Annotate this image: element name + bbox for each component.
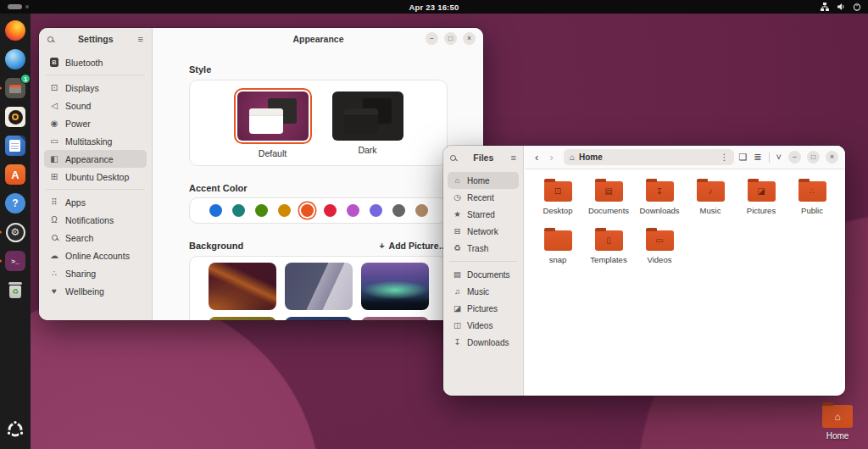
- minimize-button[interactable]: −: [426, 32, 438, 45]
- search-icon[interactable]: [47, 36, 53, 42]
- sidebar-item-sharing[interactable]: ∴ Sharing: [44, 264, 147, 282]
- settings-sidebar-header: Settings ≡: [39, 28, 152, 50]
- folder-templates[interactable]: ▯ Templates: [583, 225, 634, 274]
- clock[interactable]: Apr 23 16:50: [0, 3, 868, 12]
- sidebar-item-music[interactable]: ♫ Music: [448, 283, 519, 300]
- add-picture-button[interactable]: + Add Picture…: [379, 241, 448, 251]
- system-status-area[interactable]: [821, 0, 861, 14]
- style-section-label: Style: [189, 64, 448, 75]
- style-option-dark[interactable]: Dark: [332, 91, 403, 155]
- sidebar-item-trash[interactable]: ♻ Trash: [448, 240, 519, 257]
- folder-documents[interactable]: ▤ Documents: [583, 176, 634, 225]
- wallpaper-thumb-mauve[interactable]: [361, 317, 429, 320]
- folder-desktop[interactable]: ⊡ Desktop: [532, 176, 583, 225]
- dock-terminal[interactable]: >_: [4, 250, 26, 272]
- dock-settings[interactable]: ⚙: [4, 221, 26, 243]
- dock-app-center[interactable]: A: [4, 164, 26, 186]
- downloads-icon: ↧: [453, 338, 462, 346]
- dock-help[interactable]: ?: [4, 192, 26, 214]
- maximize-button[interactable]: □: [807, 151, 820, 164]
- sidebar-item-appearance[interactable]: ◧ Appearance: [44, 150, 147, 168]
- maximize-button[interactable]: □: [444, 32, 457, 45]
- menu-icon[interactable]: ≡: [511, 152, 516, 163]
- sidebar-item-notifications[interactable]: Ω Notifications: [44, 211, 147, 229]
- files-sidebar-title: Files: [459, 152, 508, 163]
- dock-libreoffice-writer[interactable]: [4, 135, 26, 157]
- plus-icon: +: [379, 241, 384, 251]
- music-icon: ♫: [453, 287, 462, 296]
- gear-icon: ⚙: [6, 223, 25, 242]
- files-sidebar: Files ≡ ⌂ Home ◷ Recent ★ Starred ⊟: [443, 146, 524, 396]
- search-icon[interactable]: [450, 155, 456, 161]
- home-icon: ⌂: [453, 176, 462, 185]
- sidebar-item-sound[interactable]: ◁ Sound: [44, 97, 147, 114]
- accent-swatch-orange[interactable]: [301, 204, 314, 217]
- sidebar-item-power[interactable]: ◉ Power: [44, 114, 147, 132]
- accent-swatch-purple[interactable]: [347, 204, 359, 217]
- kebab-menu-icon[interactable]: ⋮: [720, 152, 728, 162]
- accent-swatch-gray[interactable]: [392, 204, 405, 217]
- dark-style-preview: [332, 91, 403, 141]
- sidebar-item-search[interactable]: Search: [44, 229, 147, 247]
- close-button[interactable]: ×: [463, 32, 476, 45]
- folder-snap[interactable]: snap: [532, 225, 583, 274]
- sidebar-item-starred[interactable]: ★ Starred: [448, 206, 519, 223]
- clock-icon: ◷: [453, 193, 462, 202]
- dock-firefox[interactable]: [4, 19, 26, 42]
- chevron-down-icon[interactable]: ˅: [776, 152, 782, 162]
- dock-trash[interactable]: ♻: [4, 279, 26, 301]
- list-view-icon[interactable]: ≣: [754, 152, 761, 162]
- accent-swatch-green[interactable]: [255, 204, 268, 217]
- accent-swatch-blue[interactable]: [209, 204, 222, 217]
- folder-music[interactable]: ♪ Music: [685, 176, 736, 225]
- folder-videos[interactable]: ▭ Videos: [634, 225, 685, 274]
- sidebar-item-apps[interactable]: ⠿ Apps: [44, 193, 147, 211]
- sidebar-item-recent[interactable]: ◷ Recent: [448, 189, 519, 206]
- minimize-button[interactable]: −: [788, 151, 801, 164]
- close-button[interactable]: ×: [826, 151, 838, 164]
- back-button[interactable]: ‹: [531, 152, 542, 163]
- folder-public[interactable]: ∴ Public: [787, 176, 837, 225]
- trash-small-icon: ♻: [453, 244, 462, 252]
- sidebar-item-network[interactable]: ⊟ Network: [448, 223, 519, 240]
- accent-swatch-red[interactable]: [324, 204, 337, 217]
- folder-grid: ⊡ Desktop ▤ Documents ↧ Downloads ♪ Musi…: [525, 169, 845, 274]
- wallpaper-thumb-aurora[interactable]: [361, 263, 429, 310]
- menu-icon[interactable]: ≡: [138, 34, 143, 44]
- videos-icon: ◫: [453, 321, 462, 330]
- accent-swatch-teal[interactable]: [232, 204, 245, 217]
- accent-swatch-brown[interactable]: [415, 204, 428, 217]
- wallpaper-thumb-waves[interactable]: [209, 263, 276, 310]
- sidebar-item-multitasking[interactable]: ▭ Multitasking: [44, 132, 147, 150]
- forward-button[interactable]: ›: [546, 152, 556, 163]
- desktop-home-shortcut[interactable]: ⌂ Home: [817, 402, 858, 441]
- app-center-icon: A: [5, 164, 25, 185]
- sidebar-item-wellbeing[interactable]: ♥ Wellbeing: [44, 282, 147, 300]
- dock-thunderbird[interactable]: [4, 48, 26, 70]
- dock-show-apps[interactable]: [4, 420, 26, 442]
- sidebar-item-displays[interactable]: ⊡ Displays: [44, 79, 147, 97]
- sidebar-item-bluetooth[interactable]: Ƀ Bluetooth: [44, 53, 147, 71]
- wallpaper-thumb-mountain[interactable]: [285, 263, 353, 310]
- accent-swatch-violet[interactable]: [370, 204, 382, 217]
- wallpaper-thumb-blue[interactable]: [285, 317, 353, 320]
- sidebar-item-ubuntu-desktop[interactable]: ⊞ Ubuntu Desktop: [44, 168, 147, 186]
- sidebar-item-downloads[interactable]: ↧ Downloads: [448, 334, 519, 351]
- sidebar-item-pictures[interactable]: ◪ Pictures: [448, 300, 519, 317]
- documents-emblem-icon: ▤: [595, 187, 623, 196]
- dock-rhythmbox[interactable]: [4, 106, 26, 128]
- thunderbird-icon: [5, 49, 25, 69]
- accent-swatch-yellow[interactable]: [278, 204, 291, 217]
- sidebar-item-home[interactable]: ⌂ Home: [448, 172, 519, 189]
- path-bar[interactable]: ⌂ Home ⋮: [564, 149, 735, 165]
- home-icon: ⌂: [570, 153, 575, 162]
- sidebar-item-documents[interactable]: ▤ Documents: [448, 266, 519, 283]
- wallpaper-thumb-olive[interactable]: [209, 317, 276, 320]
- sidebar-item-online-accounts[interactable]: ☁ Online Accounts: [44, 247, 147, 264]
- style-option-default[interactable]: Default: [234, 88, 312, 158]
- sidebar-item-videos[interactable]: ◫ Videos: [448, 317, 519, 334]
- folder-downloads[interactable]: ↧ Downloads: [634, 176, 685, 225]
- new-tab-icon[interactable]: ❏: [738, 152, 747, 162]
- dock-files[interactable]: 1: [4, 77, 26, 99]
- folder-pictures[interactable]: ◪ Pictures: [736, 176, 787, 225]
